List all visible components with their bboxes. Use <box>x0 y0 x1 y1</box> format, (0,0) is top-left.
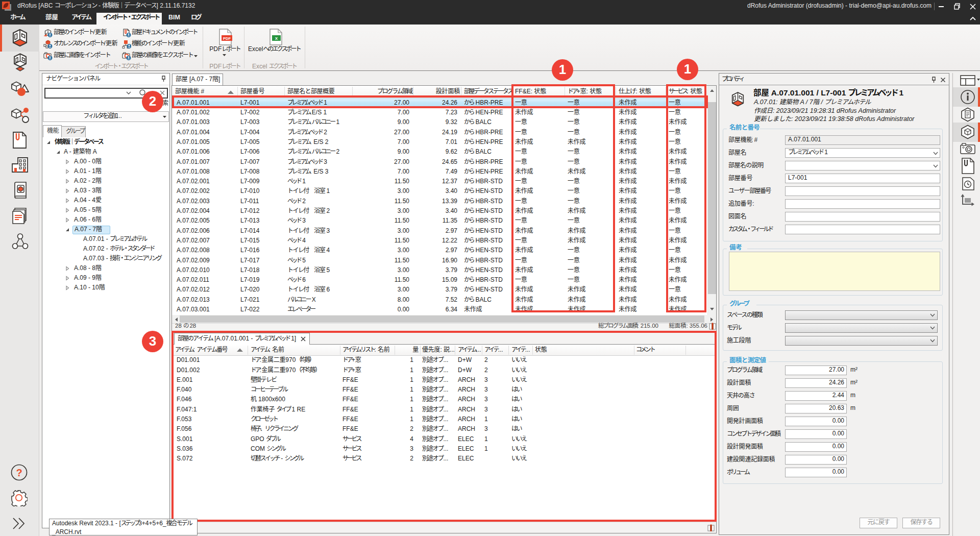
svg-text:?: ? <box>16 467 22 478</box>
svg-text:PDF: PDF <box>223 36 231 41</box>
svg-text:X: X <box>275 36 278 41</box>
